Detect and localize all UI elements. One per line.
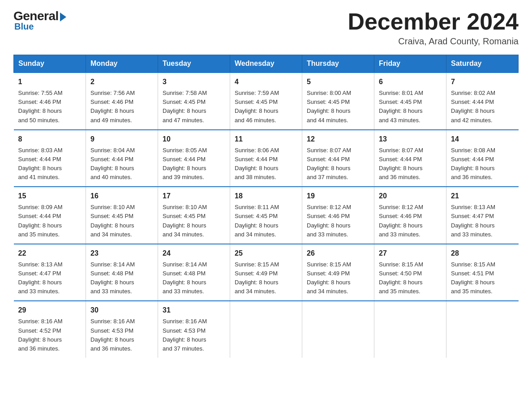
calendar-day-cell: 18Sunrise: 8:11 AM Sunset: 4:45 PM Dayli… <box>230 187 302 244</box>
calendar-day-cell: 19Sunrise: 8:12 AM Sunset: 4:46 PM Dayli… <box>302 187 374 244</box>
day-number: 7 <box>451 77 514 87</box>
day-info: Sunrise: 8:16 AM Sunset: 4:52 PM Dayligh… <box>18 317 82 353</box>
day-info: Sunrise: 8:12 AM Sunset: 4:46 PM Dayligh… <box>307 203 369 239</box>
calendar-day-cell <box>230 301 302 358</box>
day-number: 15 <box>18 191 82 201</box>
calendar-day-cell: 15Sunrise: 8:09 AM Sunset: 4:44 PM Dayli… <box>14 187 86 244</box>
day-info: Sunrise: 8:13 AM Sunset: 4:47 PM Dayligh… <box>18 260 82 296</box>
weekday-header-wednesday: Wednesday <box>230 55 302 73</box>
calendar-day-cell: 25Sunrise: 8:15 AM Sunset: 4:49 PM Dayli… <box>230 244 302 301</box>
calendar-day-cell: 30Sunrise: 8:16 AM Sunset: 4:53 PM Dayli… <box>86 301 158 358</box>
calendar-day-cell: 21Sunrise: 8:13 AM Sunset: 4:47 PM Dayli… <box>446 187 519 244</box>
day-info: Sunrise: 8:15 AM Sunset: 4:49 PM Dayligh… <box>235 260 297 296</box>
day-number: 12 <box>307 134 369 145</box>
day-info: Sunrise: 8:02 AM Sunset: 4:44 PM Dayligh… <box>451 89 514 125</box>
calendar-day-cell: 6Sunrise: 8:01 AM Sunset: 4:45 PM Daylig… <box>374 73 446 130</box>
day-number: 22 <box>18 248 82 259</box>
day-number: 9 <box>90 134 153 145</box>
calendar-day-cell: 23Sunrise: 8:14 AM Sunset: 4:48 PM Dayli… <box>86 244 158 301</box>
day-number: 18 <box>235 191 297 201</box>
day-info: Sunrise: 7:56 AM Sunset: 4:46 PM Dayligh… <box>90 89 153 125</box>
weekday-header-saturday: Saturday <box>446 55 519 73</box>
day-info: Sunrise: 8:13 AM Sunset: 4:47 PM Dayligh… <box>451 203 514 239</box>
day-info: Sunrise: 7:55 AM Sunset: 4:46 PM Dayligh… <box>18 89 82 125</box>
calendar-day-cell: 29Sunrise: 8:16 AM Sunset: 4:52 PM Dayli… <box>14 301 86 358</box>
day-number: 30 <box>90 305 153 316</box>
calendar-day-cell: 27Sunrise: 8:15 AM Sunset: 4:50 PM Dayli… <box>374 244 446 301</box>
day-info: Sunrise: 8:14 AM Sunset: 4:48 PM Dayligh… <box>90 260 153 296</box>
weekday-header-sunday: Sunday <box>14 55 86 73</box>
day-number: 24 <box>163 248 225 259</box>
day-number: 8 <box>18 134 82 145</box>
day-info: Sunrise: 8:16 AM Sunset: 4:53 PM Dayligh… <box>90 317 153 353</box>
calendar-week-row: 29Sunrise: 8:16 AM Sunset: 4:52 PM Dayli… <box>14 301 519 358</box>
day-info: Sunrise: 8:01 AM Sunset: 4:45 PM Dayligh… <box>379 89 442 125</box>
day-number: 20 <box>379 191 442 201</box>
day-info: Sunrise: 8:10 AM Sunset: 4:45 PM Dayligh… <box>90 203 153 239</box>
calendar-day-cell: 20Sunrise: 8:12 AM Sunset: 4:46 PM Dayli… <box>374 187 446 244</box>
day-number: 19 <box>307 191 369 201</box>
day-info: Sunrise: 8:15 AM Sunset: 4:51 PM Dayligh… <box>451 260 514 296</box>
calendar-day-cell: 28Sunrise: 8:15 AM Sunset: 4:51 PM Dayli… <box>446 244 519 301</box>
calendar-day-cell: 5Sunrise: 8:00 AM Sunset: 4:45 PM Daylig… <box>302 73 374 130</box>
weekday-header-friday: Friday <box>374 55 446 73</box>
calendar-day-cell <box>302 301 374 358</box>
calendar-day-cell: 22Sunrise: 8:13 AM Sunset: 4:47 PM Dayli… <box>14 244 86 301</box>
day-info: Sunrise: 8:06 AM Sunset: 4:44 PM Dayligh… <box>235 146 297 182</box>
day-number: 28 <box>451 248 514 259</box>
day-info: Sunrise: 8:03 AM Sunset: 4:44 PM Dayligh… <box>18 146 82 182</box>
day-number: 17 <box>163 191 225 201</box>
day-info: Sunrise: 8:07 AM Sunset: 4:44 PM Dayligh… <box>379 146 442 182</box>
day-info: Sunrise: 8:14 AM Sunset: 4:48 PM Dayligh… <box>163 260 225 296</box>
weekday-header-tuesday: Tuesday <box>158 55 230 73</box>
logo-bottom-text: Blue <box>14 21 34 32</box>
day-info: Sunrise: 8:00 AM Sunset: 4:45 PM Dayligh… <box>307 89 369 125</box>
calendar-day-cell: 8Sunrise: 8:03 AM Sunset: 4:44 PM Daylig… <box>14 130 86 187</box>
day-number: 4 <box>235 77 297 87</box>
weekday-header-thursday: Thursday <box>302 55 374 73</box>
calendar-day-cell: 13Sunrise: 8:07 AM Sunset: 4:44 PM Dayli… <box>374 130 446 187</box>
location: Craiva, Arad County, Romania <box>348 36 519 47</box>
day-info: Sunrise: 8:16 AM Sunset: 4:53 PM Dayligh… <box>163 317 225 353</box>
day-info: Sunrise: 8:12 AM Sunset: 4:46 PM Dayligh… <box>379 203 442 239</box>
day-number: 2 <box>90 77 153 87</box>
day-number: 26 <box>307 248 369 259</box>
calendar-day-cell: 31Sunrise: 8:16 AM Sunset: 4:53 PM Dayli… <box>158 301 230 358</box>
day-number: 16 <box>90 191 153 201</box>
weekday-header-monday: Monday <box>86 55 158 73</box>
day-number: 29 <box>18 305 82 316</box>
day-number: 23 <box>90 248 153 259</box>
calendar-day-cell: 26Sunrise: 8:15 AM Sunset: 4:49 PM Dayli… <box>302 244 374 301</box>
day-info: Sunrise: 8:15 AM Sunset: 4:49 PM Dayligh… <box>307 260 369 296</box>
day-info: Sunrise: 8:09 AM Sunset: 4:44 PM Dayligh… <box>18 203 82 239</box>
calendar-week-row: 15Sunrise: 8:09 AM Sunset: 4:44 PM Dayli… <box>14 187 519 244</box>
page-header: General Blue December 2024 Craiva, Arad … <box>13 9 519 47</box>
calendar-day-cell <box>374 301 446 358</box>
title-block: December 2024 Craiva, Arad County, Roman… <box>348 9 519 47</box>
day-number: 5 <box>307 77 369 87</box>
month-title: December 2024 <box>348 9 519 34</box>
day-number: 13 <box>379 134 442 145</box>
day-info: Sunrise: 7:59 AM Sunset: 4:45 PM Dayligh… <box>235 89 297 125</box>
calendar-day-cell: 12Sunrise: 8:07 AM Sunset: 4:44 PM Dayli… <box>302 130 374 187</box>
day-number: 10 <box>163 134 225 145</box>
day-number: 3 <box>163 77 225 87</box>
weekday-header-row: SundayMondayTuesdayWednesdayThursdayFrid… <box>14 55 519 73</box>
day-info: Sunrise: 8:10 AM Sunset: 4:45 PM Dayligh… <box>163 203 225 239</box>
calendar-day-cell: 14Sunrise: 8:08 AM Sunset: 4:44 PM Dayli… <box>446 130 519 187</box>
day-number: 25 <box>235 248 297 259</box>
logo-triangle-icon <box>60 13 66 21</box>
calendar-day-cell: 9Sunrise: 8:04 AM Sunset: 4:44 PM Daylig… <box>86 130 158 187</box>
calendar-day-cell: 2Sunrise: 7:56 AM Sunset: 4:46 PM Daylig… <box>86 73 158 130</box>
day-number: 1 <box>18 77 82 87</box>
calendar-day-cell: 10Sunrise: 8:05 AM Sunset: 4:44 PM Dayli… <box>158 130 230 187</box>
calendar-day-cell: 7Sunrise: 8:02 AM Sunset: 4:44 PM Daylig… <box>446 73 519 130</box>
calendar-day-cell: 24Sunrise: 8:14 AM Sunset: 4:48 PM Dayli… <box>158 244 230 301</box>
calendar-day-cell: 11Sunrise: 8:06 AM Sunset: 4:44 PM Dayli… <box>230 130 302 187</box>
day-info: Sunrise: 8:07 AM Sunset: 4:44 PM Dayligh… <box>307 146 369 182</box>
day-info: Sunrise: 8:05 AM Sunset: 4:44 PM Dayligh… <box>163 146 225 182</box>
day-number: 21 <box>451 191 514 201</box>
day-number: 31 <box>163 305 225 316</box>
calendar-day-cell: 16Sunrise: 8:10 AM Sunset: 4:45 PM Dayli… <box>86 187 158 244</box>
calendar-day-cell <box>446 301 519 358</box>
